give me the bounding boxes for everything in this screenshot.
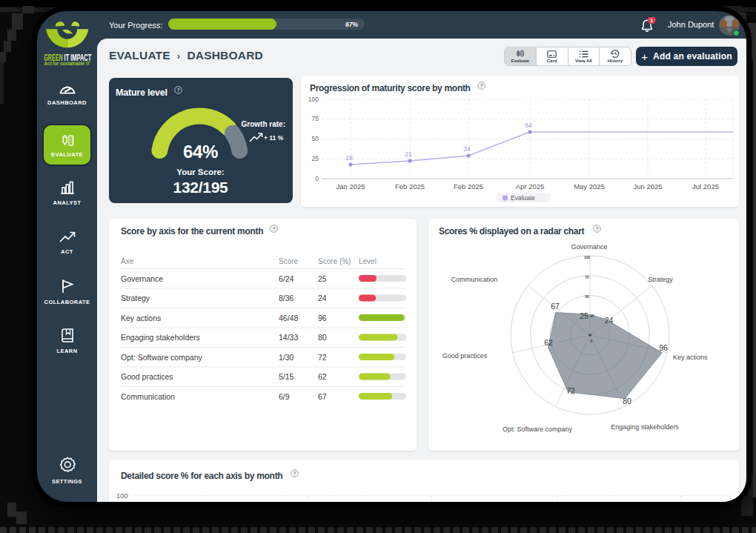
svg-text:Strategy: Strategy [121, 294, 150, 302]
svg-text:34: 34 [463, 145, 471, 153]
svg-text:Apr 2025: Apr 2025 [516, 182, 545, 191]
svg-text:8/36: 8/36 [279, 294, 294, 302]
svg-text:100: 100 [116, 491, 128, 500]
svg-text:Evaluate: Evaluate [511, 194, 535, 202]
svg-text:5/15: 5/15 [279, 372, 294, 381]
svg-text:19: 19 [345, 154, 353, 162]
svg-text:67: 67 [551, 302, 560, 311]
svg-text:72: 72 [318, 353, 327, 362]
svg-text:100: 100 [308, 96, 319, 103]
svg-text:1: 1 [650, 17, 654, 24]
svg-text:Communication: Communication [451, 276, 498, 283]
svg-text:Level: Level [359, 257, 377, 265]
svg-text:96: 96 [318, 314, 327, 322]
svg-text:64: 64 [525, 122, 532, 129]
svg-text:50: 50 [312, 135, 319, 142]
svg-text:50: 50 [585, 295, 589, 299]
svg-text:25: 25 [580, 311, 588, 320]
svg-text:0: 0 [591, 339, 593, 343]
svg-text:Governance: Governance [571, 243, 607, 251]
svg-text:25: 25 [318, 274, 327, 283]
svg-text:Score: Score [279, 257, 299, 265]
svg-text:6/9: 6/9 [279, 392, 290, 401]
svg-text:Feb 2025: Feb 2025 [454, 182, 483, 191]
svg-text:Communication: Communication [121, 392, 175, 401]
svg-text:Jun 2025: Jun 2025 [633, 182, 662, 191]
svg-text:25: 25 [590, 314, 594, 318]
svg-text:Opt: Software company: Opt: Software company [503, 426, 573, 433]
svg-text:0: 0 [315, 175, 319, 182]
svg-text:72: 72 [566, 386, 575, 395]
svg-text:Feb 2025: Feb 2025 [395, 182, 425, 191]
svg-text:Act for sustainable IT: Act for sustainable IT [44, 61, 91, 66]
svg-text:Opt: Software company: Opt: Software company [121, 353, 202, 362]
svg-text:67: 67 [318, 392, 327, 401]
svg-text:62: 62 [544, 338, 553, 347]
svg-text:Key actions: Key actions [121, 314, 161, 322]
svg-text:Axe: Axe [121, 257, 134, 265]
svg-text:Good practices: Good practices [442, 352, 488, 360]
svg-text:Good practices: Good practices [121, 372, 173, 381]
svg-text:21: 21 [405, 150, 412, 158]
svg-text:Score (%): Score (%) [318, 257, 351, 265]
svg-text:25: 25 [312, 155, 319, 162]
svg-text:Jul 2025: Jul 2025 [692, 182, 719, 191]
svg-text:75: 75 [312, 115, 319, 122]
svg-text:Engaging stakeholders: Engaging stakeholders [121, 333, 200, 342]
svg-text:46/48: 46/48 [279, 314, 298, 322]
svg-text:Governance: Governance [121, 274, 163, 283]
svg-text:6/24: 6/24 [279, 274, 294, 283]
svg-text:May 2025: May 2025 [574, 182, 605, 191]
svg-text:96: 96 [659, 343, 668, 352]
svg-text:1/30: 1/30 [279, 353, 294, 362]
svg-text:62: 62 [318, 372, 327, 381]
svg-text:80: 80 [623, 397, 631, 405]
svg-text:100: 100 [584, 256, 590, 259]
svg-text:Engaging stakeholders: Engaging stakeholders [611, 423, 679, 431]
svg-text:Strategy: Strategy [648, 276, 673, 283]
svg-text:24: 24 [605, 316, 614, 325]
svg-text:Key actions: Key actions [673, 354, 708, 361]
svg-text:24: 24 [318, 294, 327, 302]
svg-text:75: 75 [585, 276, 589, 279]
svg-text:80: 80 [318, 333, 327, 342]
svg-text:14/33: 14/33 [279, 333, 298, 342]
svg-text:Jan 2025: Jan 2025 [336, 182, 365, 191]
